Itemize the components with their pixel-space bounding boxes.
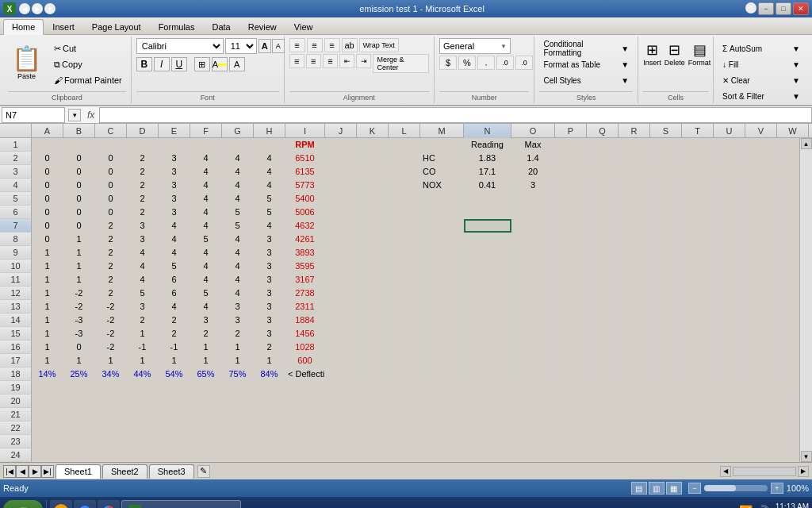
cell-w13[interactable] xyxy=(777,300,799,314)
cell-t9[interactable] xyxy=(682,246,714,260)
cell-g15[interactable]: 2 xyxy=(222,327,254,341)
cell-g9[interactable]: 4 xyxy=(222,246,254,260)
col-header-j[interactable]: J xyxy=(325,124,357,138)
cell-h3[interactable]: 4 xyxy=(254,165,285,179)
decrease-font-button[interactable]: A xyxy=(272,39,285,53)
cell-j10[interactable] xyxy=(325,260,357,273)
cell-f5[interactable]: 4 xyxy=(190,192,222,206)
cell-e14[interactable]: 2 xyxy=(159,314,190,327)
cell-v9[interactable] xyxy=(745,246,777,260)
cell-h13[interactable]: 3 xyxy=(254,300,285,314)
cell-q1[interactable] xyxy=(587,138,619,152)
cell-w16[interactable] xyxy=(777,341,799,354)
cell-r16[interactable] xyxy=(619,341,650,354)
cell-u10[interactable] xyxy=(714,260,745,273)
cell-d11[interactable]: 4 xyxy=(127,273,159,287)
format-table-button[interactable]: Format as Table▼ xyxy=(539,57,633,71)
cell-u1[interactable] xyxy=(714,138,745,152)
sheet-tab-3[interactable]: Sheet3 xyxy=(149,464,194,479)
cell-s3[interactable] xyxy=(650,165,682,179)
cell-o9[interactable] xyxy=(511,246,555,260)
cell-f1[interactable] xyxy=(190,138,222,152)
cell-w7[interactable] xyxy=(777,219,799,233)
cell-b15[interactable]: -3 xyxy=(63,327,95,341)
cell-c5[interactable]: 0 xyxy=(95,192,127,206)
comma-button[interactable]: , xyxy=(477,56,495,70)
cell-f12[interactable]: 5 xyxy=(190,287,222,300)
cell-t15[interactable] xyxy=(682,327,714,341)
page-layout-view-button[interactable]: ▥ xyxy=(649,482,665,495)
sort-filter-button[interactable]: Sort & Filter▼ xyxy=(718,89,804,103)
cell-g17[interactable]: 1 xyxy=(222,354,254,368)
cell-k6[interactable] xyxy=(357,206,389,219)
cell-a17[interactable]: 1 xyxy=(32,354,63,368)
tab-formulas[interactable]: Formulas xyxy=(150,18,204,34)
cell-c11[interactable]: 2 xyxy=(95,273,127,287)
cell-p2[interactable] xyxy=(555,152,587,165)
cell-f14[interactable]: 3 xyxy=(190,314,222,327)
align-middle-button[interactable]: ≡ xyxy=(307,38,323,52)
cell-t5[interactable] xyxy=(682,192,714,206)
cell-d12[interactable]: 5 xyxy=(127,287,159,300)
cell-styles-button[interactable]: Cell Styles▼ xyxy=(539,73,633,87)
cell-r6[interactable] xyxy=(619,206,650,219)
cell-r3[interactable] xyxy=(619,165,650,179)
col-header-l[interactable]: L xyxy=(389,124,420,138)
col-header-a[interactable]: A xyxy=(32,124,63,138)
scroll-left-button[interactable]: ◀ xyxy=(720,466,731,477)
cell-e3[interactable]: 3 xyxy=(159,165,190,179)
cell-m9[interactable] xyxy=(420,246,464,260)
expand-formula-button[interactable]: ▾ xyxy=(68,109,81,121)
cell-r2[interactable] xyxy=(619,152,650,165)
cell-j9[interactable] xyxy=(325,246,357,260)
cell-r12[interactable] xyxy=(619,287,650,300)
cell-b13[interactable]: -2 xyxy=(63,300,95,314)
cell-p7[interactable] xyxy=(555,219,587,233)
taskbar-media-icon[interactable] xyxy=(74,500,96,508)
right-align-button[interactable]: ≡ xyxy=(323,54,338,68)
sheet-tab-2[interactable]: Sheet2 xyxy=(102,464,147,479)
cell-v12[interactable] xyxy=(745,287,777,300)
cell-k3[interactable] xyxy=(357,165,389,179)
italic-button[interactable]: I xyxy=(154,57,170,71)
cell-k4[interactable] xyxy=(357,179,389,192)
cell-n10[interactable] xyxy=(464,260,511,273)
col-header-t[interactable]: T xyxy=(682,124,714,138)
cell-t12[interactable] xyxy=(682,287,714,300)
number-format-select[interactable]: General ▼ xyxy=(439,38,511,54)
cell-e8[interactable]: 4 xyxy=(159,233,190,246)
font-name-select[interactable]: Calibri xyxy=(136,38,224,54)
cell-g2[interactable]: 4 xyxy=(222,152,254,165)
cell-k16[interactable] xyxy=(357,341,389,354)
cell-l14[interactable] xyxy=(389,314,420,327)
cell-l17[interactable] xyxy=(389,354,420,368)
tab-page-layout[interactable]: Page Layout xyxy=(83,18,150,34)
cell-m13[interactable] xyxy=(420,300,464,314)
cell-o5[interactable] xyxy=(511,192,555,206)
cell-d2[interactable]: 2 xyxy=(127,152,159,165)
cell-q9[interactable] xyxy=(587,246,619,260)
cell-h5[interactable]: 5 xyxy=(254,192,285,206)
sheet-nav-next[interactable]: ▶ xyxy=(29,465,41,478)
cell-w9[interactable] xyxy=(777,246,799,260)
cell-q8[interactable] xyxy=(587,233,619,246)
cell-e1[interactable] xyxy=(159,138,190,152)
cell-s16[interactable] xyxy=(650,341,682,354)
cell-h6[interactable]: 5 xyxy=(254,206,285,219)
cell-m8[interactable] xyxy=(420,233,464,246)
cell-p4[interactable] xyxy=(555,179,587,192)
cell-j17[interactable] xyxy=(325,354,357,368)
cell-k15[interactable] xyxy=(357,327,389,341)
col-header-o[interactable]: O xyxy=(511,124,555,138)
cell-g6[interactable]: 5 xyxy=(222,206,254,219)
autosum-button[interactable]: Σ AutoSum▼ xyxy=(718,41,804,56)
cell-k12[interactable] xyxy=(357,287,389,300)
cell-v5[interactable] xyxy=(745,192,777,206)
row-header-16[interactable]: 16 xyxy=(0,341,32,354)
row-header-13[interactable]: 13 xyxy=(0,300,32,314)
cell-k7[interactable] xyxy=(357,219,389,233)
fill-button[interactable]: ↓ Fill▼ xyxy=(718,57,804,71)
cell-g8[interactable]: 4 xyxy=(222,233,254,246)
sheet-nav-prev[interactable]: ◀ xyxy=(16,465,29,478)
cell-v18[interactable] xyxy=(745,368,777,381)
